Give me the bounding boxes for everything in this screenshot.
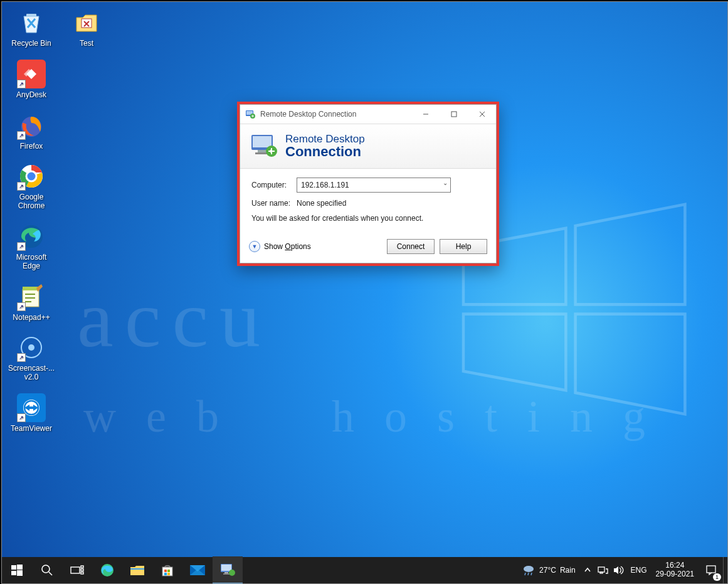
svg-rect-33 <box>81 569 83 571</box>
svg-rect-19 <box>451 112 456 117</box>
svg-rect-32 <box>81 566 83 568</box>
dialog-title: Remote Desktop Connection <box>260 110 356 119</box>
icon-firefox[interactable]: ↗ Firefox <box>7 111 56 151</box>
icon-edge[interactable]: ↗ Microsoft Edge <box>7 222 56 271</box>
icon-recycle-bin[interactable]: Recycle Bin <box>7 8 56 48</box>
tray-notifications[interactable]: 1 <box>699 557 723 583</box>
username-label: User name: <box>251 199 297 208</box>
svg-rect-13 <box>29 406 34 409</box>
icon-notepadpp[interactable]: ↗ Notepad++ <box>7 282 56 322</box>
svg-rect-31 <box>71 567 80 573</box>
svg-rect-46 <box>223 573 229 575</box>
svg-rect-0 <box>26 14 36 17</box>
system-tray: 27°C Rain ENG 16:24 29-09-2021 <box>517 557 727 583</box>
icon-label: TeamViewer <box>7 425 56 433</box>
svg-point-47 <box>229 570 235 576</box>
rdc-icon <box>245 109 255 119</box>
username-value: None specified <box>297 199 346 208</box>
svg-rect-38 <box>164 570 167 572</box>
icon-anydesk[interactable]: ↗ AnyDesk <box>7 60 56 100</box>
svg-rect-41 <box>167 573 170 575</box>
svg-rect-28 <box>17 570 23 576</box>
start-button[interactable] <box>2 557 32 583</box>
taskbar: 27°C Rain ENG 16:24 29-09-2021 <box>2 557 727 583</box>
svg-rect-34 <box>81 572 83 574</box>
taskbar-explorer[interactable] <box>122 557 152 583</box>
svg-rect-21 <box>253 136 272 147</box>
computer-combobox[interactable]: 192.168.1.191 ⌄ <box>297 178 451 193</box>
svg-rect-51 <box>707 566 715 573</box>
weather-temp: 27°C <box>539 566 556 575</box>
rdc-banner-icon <box>249 132 279 160</box>
chevron-down-icon[interactable]: ⌄ <box>443 179 448 186</box>
show-desktop-peek[interactable] <box>723 557 727 583</box>
svg-rect-49 <box>598 567 604 572</box>
desktop[interactable]: accu web hosting Recycle Bin ↗ AnyDesk ↗… <box>1 1 728 584</box>
show-options-label: Show Options <box>264 242 311 251</box>
icon-test-folder[interactable]: Test <box>62 8 111 48</box>
taskbar-edge[interactable] <box>92 557 122 583</box>
chevron-down-icon: ▼ <box>249 241 260 252</box>
tray-clock[interactable]: 16:24 29-09-2021 <box>651 557 699 583</box>
task-view-button[interactable] <box>62 557 92 583</box>
icon-label: Google Chrome <box>7 193 56 211</box>
tray-network-icon[interactable] <box>594 557 611 583</box>
svg-rect-8 <box>23 287 39 290</box>
rdc-highlight-box: Remote Desktop Connection Remote Desktop… <box>237 102 499 266</box>
maximize-button[interactable] <box>440 105 468 124</box>
svg-rect-39 <box>167 570 170 572</box>
icon-screencast[interactable]: ↗ Screencast-... v2.0 <box>7 333 56 382</box>
watermark-text-2: web hosting <box>83 391 675 443</box>
svg-rect-27 <box>11 571 16 575</box>
close-button[interactable] <box>468 105 496 124</box>
svg-point-48 <box>524 566 534 572</box>
credentials-note: You will be asked for credentials when y… <box>251 214 485 223</box>
svg-rect-26 <box>17 565 23 570</box>
banner-line2: Connection <box>285 144 365 159</box>
icon-chrome[interactable]: ↗ Google Chrome <box>7 162 56 211</box>
clock-time: 16:24 <box>656 561 694 570</box>
taskbar-mail[interactable] <box>182 557 213 583</box>
icon-label: Microsoft Edge <box>7 253 56 271</box>
svg-point-29 <box>42 565 50 573</box>
tray-volume-icon[interactable] <box>611 557 627 583</box>
svg-rect-25 <box>11 565 16 570</box>
icon-label: Recycle Bin <box>7 40 56 48</box>
svg-point-10 <box>28 344 34 351</box>
notif-badge: 1 <box>713 573 721 581</box>
help-button[interactable]: Help <box>440 239 487 254</box>
desktop-icons: Recycle Bin ↗ AnyDesk ↗ Firefox ↗ Google… <box>7 8 111 445</box>
dialog-banner: Remote Desktop Connection <box>240 124 496 169</box>
svg-rect-50 <box>600 572 603 573</box>
svg-line-30 <box>49 572 52 575</box>
svg-rect-45 <box>224 572 228 573</box>
show-options-toggle[interactable]: ▼ Show Options <box>249 241 311 252</box>
icon-teamviewer[interactable]: ↗ TeamViewer <box>7 393 56 433</box>
icon-label: Test <box>62 40 111 48</box>
svg-rect-22 <box>258 150 266 152</box>
clock-date: 29-09-2021 <box>656 570 694 579</box>
weather-widget[interactable]: 27°C Rain <box>517 557 581 583</box>
computer-label: Computer: <box>251 181 297 189</box>
connect-button[interactable]: Connect <box>387 239 435 254</box>
lang-label: ENG <box>631 566 647 575</box>
svg-rect-36 <box>130 568 144 570</box>
taskbar-rdc[interactable] <box>213 556 243 584</box>
svg-rect-40 <box>164 573 167 575</box>
icon-label: AnyDesk <box>7 91 56 100</box>
search-button[interactable] <box>32 557 62 583</box>
icon-label: Screencast-... v2.0 <box>7 364 56 382</box>
icon-label: Firefox <box>7 142 56 151</box>
tray-overflow[interactable] <box>581 557 594 583</box>
svg-rect-44 <box>221 565 231 571</box>
taskbar-store[interactable] <box>152 557 182 583</box>
weather-label: Rain <box>560 566 576 575</box>
icon-label: Notepad++ <box>7 314 56 322</box>
minimize-button[interactable] <box>411 105 440 124</box>
banner-line1: Remote Desktop <box>285 134 365 144</box>
computer-value: 192.168.1.191 <box>301 181 349 189</box>
dialog-titlebar[interactable]: Remote Desktop Connection <box>240 105 496 124</box>
rdc-dialog: Remote Desktop Connection Remote Desktop… <box>240 104 497 263</box>
tray-language[interactable]: ENG <box>627 557 651 583</box>
